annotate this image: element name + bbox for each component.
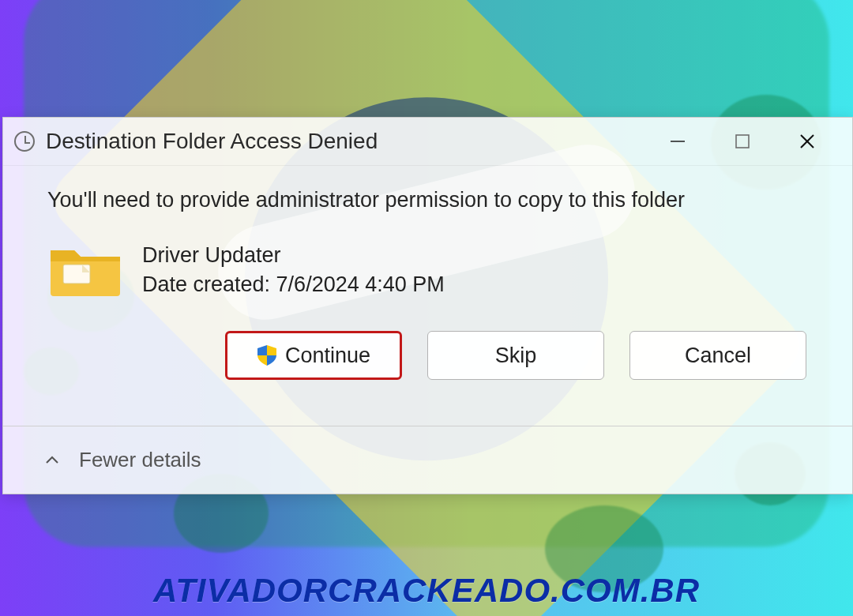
skip-button[interactable]: Skip bbox=[427, 331, 604, 380]
uac-shield-icon bbox=[257, 344, 277, 366]
watermark-text: ATIVADORCRACKEADO.COM.BR bbox=[0, 572, 853, 610]
folder-icon bbox=[47, 241, 123, 299]
folder-date-created: Date created: 7/6/2024 4:40 PM bbox=[142, 272, 445, 297]
svg-rect-1 bbox=[736, 135, 749, 148]
svg-rect-4 bbox=[63, 265, 90, 284]
cancel-label: Cancel bbox=[685, 344, 751, 368]
details-area: Fewer details bbox=[3, 426, 852, 494]
permission-message: You'll need to provide administrator per… bbox=[47, 188, 814, 212]
button-row: Continue Skip Cancel bbox=[47, 331, 814, 380]
access-denied-dialog: Destination Folder Access Denied You'll … bbox=[2, 117, 853, 494]
clock-icon bbox=[14, 131, 35, 152]
chevron-up-icon[interactable] bbox=[44, 453, 60, 468]
maximize-button[interactable] bbox=[724, 126, 761, 157]
continue-label: Continue bbox=[285, 344, 370, 368]
cancel-button[interactable]: Cancel bbox=[629, 331, 806, 380]
continue-button[interactable]: Continue bbox=[225, 331, 402, 380]
folder-name: Driver Updater bbox=[142, 243, 445, 268]
skip-label: Skip bbox=[495, 344, 537, 368]
close-button[interactable] bbox=[789, 126, 825, 157]
minimize-button[interactable] bbox=[659, 126, 696, 157]
dialog-body: You'll need to provide administrator per… bbox=[3, 165, 852, 426]
folder-info: Driver Updater Date created: 7/6/2024 4:… bbox=[47, 241, 814, 299]
fewer-details-toggle[interactable]: Fewer details bbox=[79, 448, 201, 472]
dialog-title: Destination Folder Access Denied bbox=[46, 129, 659, 154]
window-controls bbox=[659, 126, 847, 157]
titlebar[interactable]: Destination Folder Access Denied bbox=[3, 118, 852, 165]
